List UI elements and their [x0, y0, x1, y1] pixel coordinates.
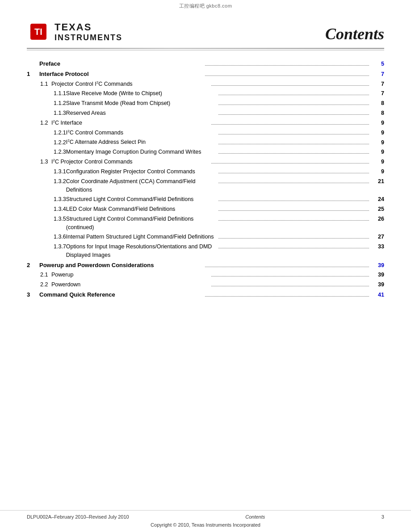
page-footer: DLPU002A–February 2010–Revised July 2010…: [0, 510, 411, 532]
toc-dots-s1-3-5: [218, 220, 369, 221]
toc-page-s2-2: 39: [371, 281, 384, 289]
toc-page-s1-3-2: 21: [371, 177, 384, 186]
toc-dots-s1-3-3: [218, 201, 369, 201]
toc-label-s1-2-2: I2C Alternate Address Select Pin: [66, 138, 217, 147]
toc-dots-s3: [205, 296, 369, 297]
toc-num-s1-1-1: 1.1.1: [27, 89, 66, 98]
toc-num-s1-3-3: 1.3.3: [27, 195, 66, 204]
toc-row-s1-3: 1.3 I2C Projector Control Commands 9: [27, 158, 384, 166]
toc-row-s3: 3 Command Quick Reference 41: [27, 290, 384, 299]
toc-label-s1: Interface Protocol: [39, 70, 203, 79]
toc-num-s1-1-3: 1.1.3: [27, 109, 66, 117]
toc-row-s1-1-1: 1.1.1 Slave Receive Mode (Write to Chips…: [27, 89, 384, 98]
toc-page-s1-3-4: 25: [371, 205, 384, 214]
ti-instruments-label: INSTRUMENTS: [55, 33, 122, 42]
toc-label-s1-1-1: Slave Receive Mode (Write to Chipset): [66, 89, 217, 98]
toc-row-s1-1-2: 1.1.2 Slave Transmit Mode (Read from Chi…: [27, 99, 384, 108]
toc-page-s1-2-1: 9: [371, 129, 384, 137]
toc-dots-s1-2-1: [218, 134, 369, 134]
toc-page-s3: 41: [371, 291, 384, 299]
toc-page-s1-3-3: 24: [371, 195, 384, 204]
toc-dots-s1-2: [211, 124, 369, 125]
toc-dots-s1-1-2: [218, 105, 369, 105]
toc-label-s1-3-4: LED Color Mask Command/Field Definitions: [66, 205, 217, 214]
toc-dots-s1-3: [211, 163, 369, 163]
toc-row-s1-2-1: 1.2.1 I2C Control Commands 9: [27, 129, 384, 137]
toc-page-s2: 39: [371, 261, 384, 270]
toc-dots-s1-3-2: [218, 183, 369, 183]
toc-label-s1-3-6: Internal Pattern Structured Light Comman…: [66, 233, 217, 241]
footer-top: DLPU002A–February 2010–Revised July 2010…: [27, 514, 384, 522]
toc-page-s1-1-2: 8: [371, 99, 384, 108]
toc-row-s1-3-1: 1.3.1 Configuration Register Projector C…: [27, 168, 384, 176]
toc-num-s1: 1: [27, 70, 39, 79]
toc-row-s1-3-6: 1.3.6 Internal Pattern Structured Light …: [27, 233, 384, 241]
toc-page-s1-3-1: 9: [371, 168, 384, 176]
toc-row-s1-3-4: 1.3.4 LED Color Mask Command/Field Defin…: [27, 205, 384, 214]
svg-text:TI: TI: [34, 27, 42, 37]
toc-page-s1-2: 9: [371, 119, 384, 127]
toc-row-preface: Preface 5: [27, 59, 384, 68]
watermark: 工控编程吧 gkbc8.com: [0, 0, 411, 11]
toc-label-s1-2-3: Momentary Image Corruption During Comman…: [66, 148, 217, 156]
footer-doc-id: DLPU002A–February 2010–Revised July 2010: [27, 514, 129, 519]
toc-num-s1-2-2: 1.2.2: [27, 138, 66, 147]
toc-page-s1-1-1: 7: [371, 89, 384, 98]
toc-dots-s1-1-1: [218, 95, 369, 95]
toc-num-s1-3-4: 1.3.4: [27, 205, 66, 214]
toc-num-s1-3-7: 1.3.7: [27, 243, 66, 251]
toc-page-s1-3-6: 27: [371, 233, 384, 241]
toc-label-s1-3-2: Color Coordinate Adjustment (CCA) Comman…: [66, 177, 217, 194]
toc-num-s1-2: 1.2: [27, 119, 51, 127]
page-header: TI TEXAS INSTRUMENTS Contents: [27, 11, 384, 48]
toc-dots-s1-3-7: [218, 248, 369, 248]
toc-row-s1: 1 Interface Protocol 7: [27, 70, 384, 79]
toc-page-s1-3-7: 33: [371, 243, 384, 251]
toc-page-s1-3: 9: [371, 158, 384, 166]
toc-num-s1-2-3: 1.2.3: [27, 148, 66, 156]
toc-row-s1-3-3: 1.3.3 Structured Light Control Command/F…: [27, 195, 384, 204]
toc-dots-s2-1: [211, 276, 369, 276]
toc-dots-s1: [205, 75, 369, 76]
toc-row-s2-2: 2.2 Powerdown 39: [27, 281, 384, 289]
toc-page-s1-3-5: 26: [371, 215, 384, 223]
toc-row-s1-1: 1.1 Projector Control I2C Commands 7: [27, 80, 384, 88]
toc-dots-s2-2: [211, 286, 369, 286]
toc-page-s1: 7: [371, 70, 384, 79]
toc-row-s1-3-2: 1.3.2 Color Coordinate Adjustment (CCA) …: [27, 177, 384, 194]
toc-row-s2-1: 2.1 Powerup 39: [27, 271, 384, 279]
toc-label-s1-1: Projector Control I2C Commands: [51, 80, 210, 88]
toc-label-s2-1: Powerup: [51, 271, 210, 279]
footer-copyright: Copyright © 2010, Texas Instruments Inco…: [27, 522, 384, 528]
toc-num-s2: 2: [27, 261, 39, 270]
toc-dots-s1-3-1: [218, 173, 369, 173]
toc-page-preface: 5: [371, 60, 384, 68]
toc-dots-s1-2-2: [218, 144, 369, 144]
ti-logo: TI TEXAS INSTRUMENTS: [27, 20, 122, 43]
toc-page-s1-1-3: 8: [371, 109, 384, 117]
toc-label-s1-2: I2C Interface: [51, 119, 210, 127]
divider-thin: [27, 50, 384, 50]
page-title: Contents: [325, 25, 384, 43]
toc-num-s1-3: 1.3: [27, 158, 51, 166]
toc-label-s1-3-5: Structured Light Control Command/Field D…: [66, 215, 217, 232]
toc-label-s1-1-3: Reserved Areas: [66, 109, 217, 117]
toc-label-s1-1-2: Slave Transmit Mode (Read from Chipset): [66, 99, 217, 108]
footer-page-number: 3: [382, 514, 384, 519]
toc-dots-s1-1: [211, 85, 369, 86]
toc-label-s1-3-7: Options for Input Image Resolutions/Orie…: [66, 243, 217, 260]
toc-row-s1-3-7: 1.3.7 Options for Input Image Resolution…: [27, 243, 384, 260]
toc-num-s1-3-1: 1.3.1: [27, 168, 66, 176]
ti-logo-text: TEXAS INSTRUMENTS: [55, 21, 122, 42]
table-of-contents: Preface 5 1 Interface Protocol 7 1.1 Pro…: [27, 59, 384, 299]
toc-num-s2-2: 2.2: [27, 281, 51, 289]
ti-logo-icon: TI: [27, 20, 50, 43]
toc-num-s1-1: 1.1: [27, 80, 51, 88]
toc-page-s2-1: 39: [371, 271, 384, 279]
toc-label-s1-3: I2C Projector Control Commands: [51, 158, 210, 166]
toc-row-s1-1-3: 1.1.3 Reserved Areas 8: [27, 109, 384, 117]
toc-dots-s1-2-3: [218, 153, 369, 154]
toc-dots-s2: [205, 267, 369, 267]
toc-dots-s1-3-4: [218, 210, 369, 211]
toc-num-s3: 3: [27, 290, 39, 299]
